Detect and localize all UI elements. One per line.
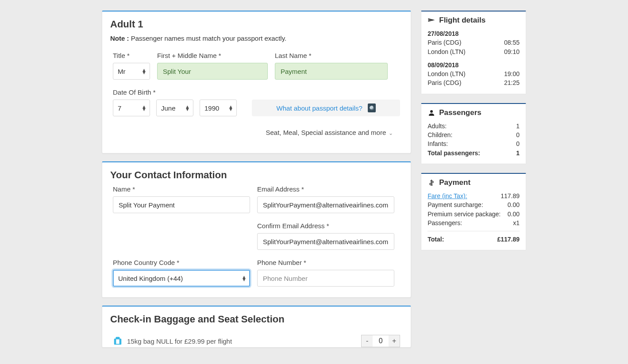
contact-name-label: Name * bbox=[113, 185, 250, 193]
suitcase-icon bbox=[113, 336, 123, 346]
person-icon bbox=[428, 109, 435, 117]
email-label: Email Address * bbox=[257, 185, 394, 193]
contact-card: Your Contact Information Name * Email Ad… bbox=[102, 161, 411, 298]
baggage-stepper: - 0 + bbox=[361, 335, 400, 347]
more-options-toggle[interactable]: Seat, Meal, Special assistance and more⌄ bbox=[110, 125, 403, 142]
country-code-select[interactable]: United Kingdom (+44) bbox=[113, 270, 250, 287]
dob-month-select[interactable]: June bbox=[156, 100, 193, 116]
baggage-item-text: 15kg bag NULL for £29.99 per flight bbox=[127, 337, 232, 345]
country-code-label: Phone Country Code * bbox=[113, 259, 250, 266]
passenger-heading: Adult 1 bbox=[110, 19, 403, 30]
flight-details-card: Flight details 27/08/2018 Paris (CDG)08:… bbox=[421, 11, 526, 94]
title-label: Title * bbox=[113, 52, 150, 59]
dob-label: Date Of Birth * bbox=[113, 88, 237, 96]
passport-details-link[interactable]: What about passport details? bbox=[277, 104, 362, 112]
payment-card: Payment Fare (inc Tax):117.89 Payment su… bbox=[421, 173, 526, 250]
passengers-heading: Passengers bbox=[439, 108, 481, 117]
stepper-increment[interactable]: + bbox=[389, 335, 400, 347]
baggage-heading: Check-in Baggage and Seat Selection bbox=[110, 314, 403, 325]
passport-note: Note : Passenger names must match your p… bbox=[110, 34, 403, 42]
stepper-decrement[interactable]: - bbox=[361, 335, 373, 347]
passengers-card: Passengers Adults:1 Children:0 Infants:0… bbox=[421, 103, 526, 164]
contact-name-input[interactable] bbox=[113, 196, 250, 213]
phone-input[interactable] bbox=[257, 270, 394, 287]
chevron-down-icon: ⌄ bbox=[389, 130, 393, 136]
confirm-email-input[interactable] bbox=[257, 233, 394, 250]
last-name-label: Last Name * bbox=[275, 52, 388, 59]
first-name-label: First + Middle Name * bbox=[157, 52, 268, 59]
confirm-email-label: Confirm Email Address * bbox=[257, 222, 394, 230]
flight-details-heading: Flight details bbox=[439, 16, 485, 25]
phone-label: Phone Number * bbox=[257, 259, 394, 266]
last-name-input[interactable] bbox=[275, 63, 388, 80]
passport-icon bbox=[368, 103, 376, 112]
first-name-input[interactable] bbox=[157, 63, 268, 80]
airplane-icon bbox=[428, 16, 435, 24]
contact-heading: Your Contact Information bbox=[110, 169, 403, 181]
dob-year-select[interactable]: 1990 bbox=[200, 100, 237, 116]
title-select-wrap: Mr ▲▼ bbox=[113, 63, 150, 80]
stepper-count: 0 bbox=[373, 335, 389, 347]
title-select[interactable]: Mr bbox=[113, 63, 150, 80]
dob-day-select[interactable]: 7 bbox=[113, 100, 150, 116]
email-input[interactable] bbox=[257, 196, 394, 213]
passenger-card: Adult 1 Note : Passenger names must matc… bbox=[102, 11, 411, 153]
divider bbox=[428, 231, 520, 231]
svg-point-0 bbox=[430, 110, 433, 113]
passport-details-pill: What about passport details? bbox=[252, 100, 400, 116]
fare-link[interactable]: Fare (inc Tax): bbox=[428, 192, 467, 200]
country-code-select-wrap: United Kingdom (+44) ▲▼ bbox=[113, 270, 250, 287]
payment-heading: Payment bbox=[439, 178, 470, 187]
dollar-icon bbox=[428, 179, 435, 187]
baggage-card: Check-in Baggage and Seat Selection 15kg… bbox=[102, 306, 411, 348]
